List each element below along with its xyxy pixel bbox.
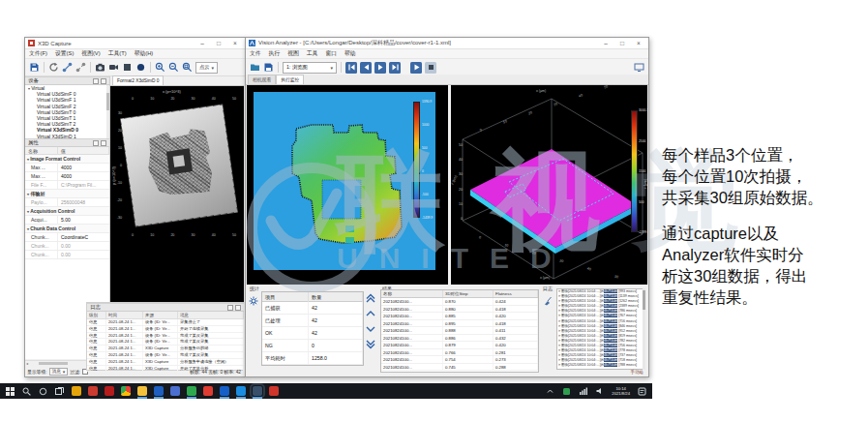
analyzer-titlebar[interactable]: Vision Analyzer - [C:/Users/Longar/Deskt…	[246, 38, 648, 49]
save-icon[interactable]	[263, 62, 274, 73]
capture-titlebar[interactable]: X3D Capture – □ ×	[25, 38, 245, 49]
display-icon[interactable]	[634, 62, 644, 73]
minimize-button[interactable]: –	[599, 38, 613, 48]
heightmap-pane[interactable]: 1390.910005000-500-1439.9	[247, 85, 448, 285]
log-row[interactable]: 信息2021-08-24 1...设备 (ID: Vir...开始了连续采集	[87, 326, 244, 333]
open-icon[interactable]	[250, 62, 260, 73]
maximize-button[interactable]: □	[212, 38, 225, 48]
prev-record-button[interactable]	[360, 62, 372, 74]
results-row[interactable]: 20210824100...0.8860.432	[381, 335, 538, 343]
tray-network-icon[interactable]	[578, 385, 589, 397]
property-row[interactable]: Acqui...5.00	[25, 216, 109, 225]
analyzer-log-list[interactable]: > 图像[2021/08/24 10:04:…]的处理耗时 [993 msecs…	[556, 288, 645, 370]
surface3d-pane[interactable]: x (µm) x (µm) y (µm) 01020304050 0102030…	[451, 85, 647, 285]
record-icon[interactable]	[135, 62, 146, 73]
results-row[interactable]: 20210824100...0.7540.273	[381, 356, 538, 364]
log-row[interactable]: 信息2021-08-24 1...设备 (ID: Vir...采集停止了	[87, 319, 244, 326]
property-row[interactable]: 传输层	[25, 190, 109, 198]
analyzer-tab[interactable]: 执行监控	[276, 75, 304, 84]
results-row[interactable]: 20210824100...0.8790.420	[381, 342, 538, 349]
save-icon[interactable]	[29, 62, 40, 73]
maximize-button[interactable]: □	[615, 38, 629, 48]
property-row[interactable]: File F...C:\Program Fil...	[25, 181, 109, 190]
taskbar-app[interactable]	[269, 386, 279, 396]
disconnect-icon[interactable]	[75, 62, 86, 73]
analyzer-tab[interactable]: 相机观看	[248, 75, 276, 84]
clear-log-icon[interactable]	[543, 296, 553, 306]
taskbar-app[interactable]	[170, 386, 180, 396]
first-row-icon[interactable]	[365, 292, 376, 304]
menu-item[interactable]: 执行	[269, 49, 281, 58]
menu-item[interactable]: 帮助	[344, 49, 356, 58]
close-button[interactable]: ×	[632, 38, 645, 48]
property-row[interactable]: Chunk Data Control	[25, 225, 109, 233]
search-icon[interactable]	[21, 385, 33, 397]
menu-item[interactable]: 设置(S)	[55, 49, 74, 58]
close-button[interactable]: ×	[228, 38, 242, 48]
dock-icon[interactable]	[93, 140, 99, 146]
zoom-in-icon[interactable]	[155, 62, 165, 73]
pin-icon[interactable]	[235, 305, 241, 311]
taskbar-app[interactable]	[72, 386, 81, 396]
taskbar-app[interactable]	[220, 386, 229, 396]
results-column[interactable]: Flatness	[494, 290, 538, 297]
results-row[interactable]: 20210824100...0.8950.418	[381, 320, 538, 328]
results-row[interactable]: 20210824100...0.8850.420	[381, 313, 538, 320]
next-record-button[interactable]	[374, 62, 386, 74]
results-row[interactable]: 20210824100...0.8880.411	[381, 327, 538, 335]
image-canvas[interactable]: x (p×10^3) 01020304050 3020100-10-20-30 …	[110, 86, 244, 302]
last-record-button[interactable]	[389, 62, 401, 74]
menu-item[interactable]: 视图(V)	[81, 49, 100, 58]
results-row[interactable]: 20210824100...0.7660.281	[381, 349, 538, 357]
task-view-icon[interactable]	[54, 385, 66, 397]
menu-item[interactable]: 帮助(H)	[135, 49, 154, 58]
property-row[interactable]: Acquisition Control	[25, 207, 109, 216]
log-level-select[interactable]: 消息▾	[49, 368, 69, 376]
dock-icon[interactable]	[93, 78, 99, 84]
log-scrollbar[interactable]	[643, 288, 645, 370]
stop-button[interactable]	[425, 62, 436, 74]
menu-item[interactable]: 工具	[307, 49, 318, 58]
camera-icon[interactable]	[95, 62, 105, 73]
menu-item[interactable]: 工具(T)	[108, 49, 127, 58]
property-row[interactable]: Max ...4000	[25, 172, 109, 181]
results-row[interactable]: 20210824100...0.8800.418	[381, 306, 538, 314]
log-column[interactable]: 消息	[178, 312, 244, 318]
taskbar-app[interactable]	[253, 386, 262, 396]
property-row[interactable]: Image Format Control	[25, 155, 109, 164]
taskbar-app[interactable]	[154, 386, 164, 396]
results-column[interactable]: 3D对位Step	[443, 290, 494, 297]
tray-antivirus-icon[interactable]	[561, 385, 573, 397]
taskbar-app[interactable]	[121, 386, 131, 396]
cortana-icon[interactable]	[38, 385, 49, 397]
property-row[interactable]: Max ...4000	[25, 164, 109, 172]
property-row[interactable]: Paylo...256000048	[25, 198, 109, 207]
property-row[interactable]: Chunk...CoordinateC	[25, 233, 109, 242]
gear-icon[interactable]	[249, 296, 258, 306]
pin-icon[interactable]	[101, 78, 106, 84]
log-column[interactable]: 级别	[87, 312, 106, 318]
log-row[interactable]: 信息2021-08-24 1...设备 (ID: Vir...完成了某次采集	[87, 352, 244, 359]
taskbar-app[interactable]	[187, 386, 196, 396]
notification-center-icon[interactable]	[637, 385, 648, 397]
tray-volume-icon[interactable]	[594, 385, 606, 397]
first-record-button[interactable]	[345, 62, 357, 74]
taskbar-app[interactable]	[105, 386, 114, 396]
zoom-fit-icon[interactable]	[182, 62, 193, 73]
pin-icon[interactable]	[101, 140, 106, 146]
tree-scrollbar[interactable]	[106, 85, 109, 138]
menu-item[interactable]: 文件(F)	[29, 49, 47, 58]
log-row[interactable]: 信息2021-08-24 1...X3D Capture分析服务申请连接（空闲）	[87, 359, 244, 366]
video-icon[interactable]	[108, 62, 119, 73]
menu-item[interactable]: 视图	[287, 49, 299, 58]
log-column[interactable]: 时间	[106, 312, 143, 318]
image-tab[interactable]: Format2 X3dSimD 0	[112, 75, 164, 85]
connect-icon[interactable]	[62, 62, 73, 73]
view-select[interactable]: 1: 浏览图▾	[283, 62, 337, 74]
log-row[interactable]: 信息2021-08-24 1...X3D Capture分析服务已就绪	[87, 346, 244, 352]
taskbar-app[interactable]	[203, 386, 213, 396]
refresh-icon[interactable]	[48, 62, 59, 73]
zoom-out-icon[interactable]	[168, 62, 179, 73]
results-row[interactable]: 20210824100...0.8700.424	[381, 298, 538, 306]
results-column[interactable]: 名称	[381, 290, 443, 297]
